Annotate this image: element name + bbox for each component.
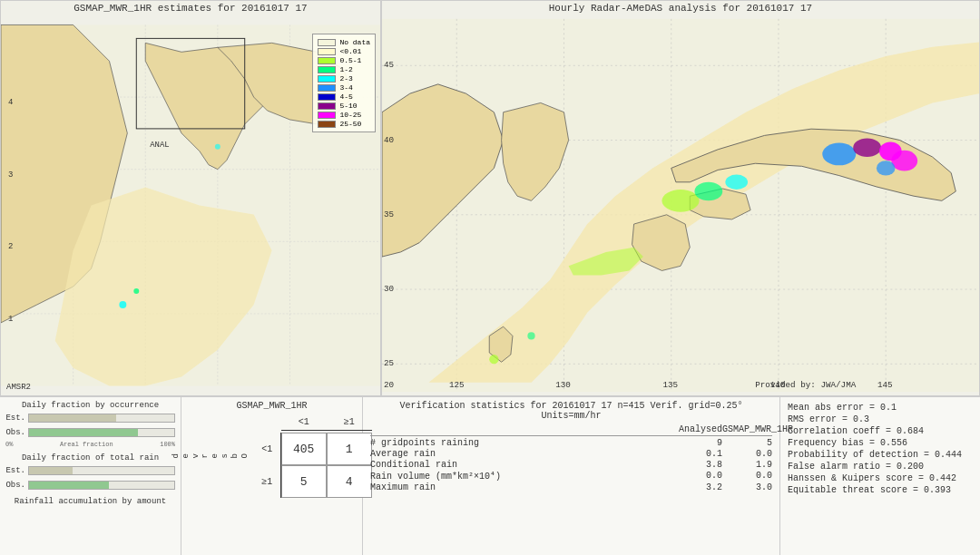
svg-text:2: 2 (8, 242, 13, 251)
verif-metric-1: Average rain (370, 449, 672, 459)
contingency-section: GSMAP_MWR_1HR Observed <1 ≥1 <1 405 1 (181, 397, 363, 555)
obs-bar-container (28, 428, 175, 437)
obs-bar-fill (29, 429, 138, 436)
bar-charts-section: Daily fraction by occurrence Est. Obs. 0… (0, 397, 181, 555)
rain-title: Daily fraction of total rain (5, 453, 175, 462)
svg-point-9 (119, 301, 126, 308)
svg-point-31 (725, 175, 748, 190)
svg-text:30: 30 (384, 284, 394, 294)
left-map-area: 4 3 2 1 ANAL No data <0.01 0.5-1 1-2 2-3… (1, 15, 380, 395)
verif-row-3: Rain volume (mm*km²×10⁴) 0.0 0.0 (370, 471, 772, 482)
verif-val-analysed-4: 3.2 (672, 482, 722, 492)
right-map-panel: Hourly Radar-AMeDAS analysis for 2016101… (381, 0, 980, 396)
contingency-side-label: Observed (172, 453, 250, 458)
obs-label: Obs. (5, 428, 25, 437)
score-row-4: Probability of detection = 0.444 (788, 450, 973, 460)
verif-metric-3: Rain volume (mm*km²×10⁴) (370, 471, 672, 482)
contingency-table: <1 ≥1 <1 405 1 ≥1 5 4 (254, 414, 372, 498)
svg-point-38 (527, 332, 534, 339)
verif-val-analysed-2: 3.8 (672, 460, 722, 470)
bottom-row: Daily fraction by occurrence Est. Obs. 0… (0, 396, 980, 555)
svg-text:135: 135 (662, 380, 678, 390)
verif-title: Verification statistics for 20161017 17 … (370, 401, 772, 421)
bar-axis: 0% Areal fraction 100% (5, 441, 175, 448)
acc-title: Rainfall accumulation by amount (5, 497, 175, 506)
score-row-7: Equitable threat score = 0.393 (788, 485, 973, 495)
svg-text:ANAL: ANAL (150, 141, 169, 150)
verif-val-gsmap-1: 0.0 (722, 449, 772, 459)
svg-text:4: 4 (8, 98, 13, 107)
verif-header-analysed: Analysed (672, 424, 722, 434)
score-row-6: Hanssen & Kuipers score = 0.442 (788, 473, 973, 483)
ct-col-lt1: <1 (281, 414, 327, 431)
legend-box: No data <0.01 0.5-1 1-2 2-3 3-4 4-5 5-10… (312, 34, 376, 132)
verif-header-row: Analysed GSMAP_MWR_1HR (370, 424, 772, 436)
score-row-1: RMS error = 0.3 (788, 414, 973, 424)
ct-row-header-lt1: <1 (254, 433, 281, 465)
score-row-3: Frequency bias = 0.556 (788, 438, 973, 448)
svg-text:Provided by: JWA/JMA: Provided by: JWA/JMA (755, 380, 856, 390)
ct-header-row: <1 ≥1 (254, 414, 372, 431)
right-map-area: 45 40 35 30 25 20 125 130 135 140 145 Pr… (382, 15, 979, 395)
obs-bar-row: Obs. (5, 426, 175, 439)
svg-text:40: 40 (384, 135, 394, 145)
svg-point-37 (489, 355, 498, 364)
verif-row-1: Average rain 0.1 0.0 (370, 449, 772, 459)
right-map-title: Hourly Radar-AMeDAS analysis for 2016101… (382, 1, 979, 15)
est-rain-label: Est. (5, 466, 25, 475)
svg-point-36 (877, 161, 896, 175)
verif-val-gsmap-2: 1.9 (722, 460, 772, 470)
est-rain-fill (29, 467, 73, 474)
verif-header-gsmap: GSMAP_MWR_1HR (722, 424, 772, 434)
main-container: GSMAP_MWR_1HR estimates for 20161017 17 (0, 0, 980, 555)
svg-point-35 (891, 151, 917, 171)
svg-text:1: 1 (8, 315, 13, 324)
est-bar-row: Est. (5, 412, 175, 424)
left-map-title: GSMAP_MWR_1HR estimates for 20161017 17 (1, 1, 380, 15)
svg-text:25: 25 (384, 358, 394, 368)
rain-chart: Est. Obs. (5, 464, 175, 492)
est-label: Est. (5, 414, 25, 423)
ct-row2: ≥1 5 4 (254, 465, 372, 498)
score-row-5: False alarm ratio = 0.200 (788, 462, 973, 472)
verif-val-analysed-3: 0.0 (672, 471, 722, 482)
verif-row-0: # gridpoints raining 9 5 (370, 438, 772, 448)
ct-row1: <1 405 1 (254, 433, 372, 465)
est-rain-row: Est. (5, 464, 175, 477)
svg-text:3: 3 (8, 170, 13, 180)
right-map-svg: 45 40 35 30 25 20 125 130 135 140 145 Pr… (382, 15, 979, 395)
svg-point-10 (133, 288, 139, 294)
ct-corner (254, 414, 281, 431)
score-row-0: Mean abs error = 0.1 (788, 403, 973, 413)
amsr2-label: AMSR2 (6, 383, 31, 392)
verif-val-gsmap-4: 3.0 (722, 482, 772, 492)
verif-header-metric (370, 424, 672, 434)
obs-rain-row: Obs. (5, 479, 175, 492)
scores-section: Mean abs error = 0.1 RMS error = 0.3 Cor… (780, 397, 980, 555)
svg-text:130: 130 (555, 380, 571, 390)
svg-text:35: 35 (384, 209, 394, 219)
svg-text:125: 125 (449, 380, 465, 390)
verification-section: Verification statistics for 20161017 17 … (363, 397, 780, 555)
ct-row-header-ge1: ≥1 (254, 465, 281, 498)
verif-metric-0: # gridpoints raining (370, 438, 672, 448)
ct-cell-00: 405 (281, 433, 327, 465)
verif-metric-4: Maximum rain (370, 482, 672, 492)
svg-point-32 (822, 143, 856, 166)
obs-rain-container (28, 481, 175, 490)
verif-val-gsmap-0: 5 (722, 438, 772, 448)
contingency-wrapper: Observed <1 ≥1 <1 405 1 ≥1 5 (172, 414, 371, 498)
ct-cell-10: 5 (281, 465, 327, 498)
svg-text:145: 145 (877, 380, 893, 390)
svg-point-33 (853, 138, 881, 157)
obs-rain-fill (29, 482, 109, 489)
verif-val-gsmap-3: 0.0 (722, 471, 772, 482)
score-row-2: Correlation coeff = 0.684 (788, 426, 973, 436)
est-bar-fill (29, 414, 116, 422)
svg-text:45: 45 (384, 60, 394, 70)
left-map-panel: GSMAP_MWR_1HR estimates for 20161017 17 (0, 0, 381, 396)
verif-val-analysed-0: 9 (672, 438, 722, 448)
verif-val-analysed-1: 0.1 (672, 449, 722, 459)
obs-rain-label: Obs. (5, 481, 25, 490)
est-rain-container (28, 466, 175, 475)
